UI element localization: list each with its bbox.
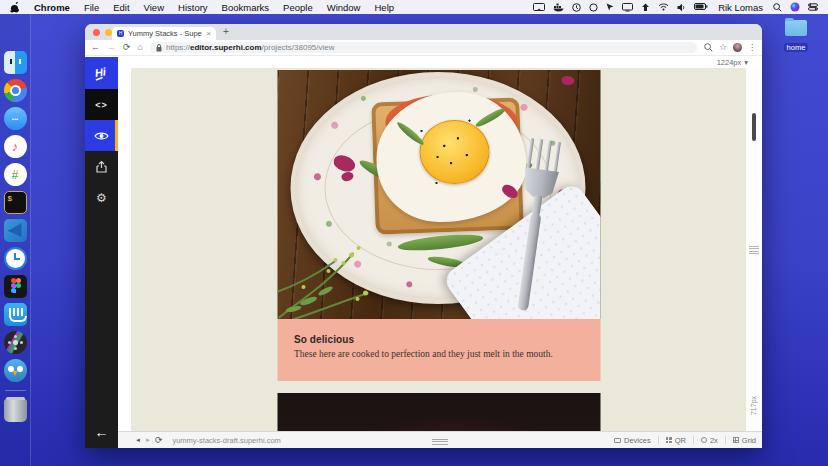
close-window-button[interactable]	[93, 29, 100, 36]
apple-menu-icon[interactable]	[10, 2, 19, 13]
menu-item-history[interactable]: History	[171, 2, 215, 13]
dock-separator	[5, 390, 26, 391]
menubar-username[interactable]: Rik Lomas	[712, 2, 769, 13]
editor-back-button[interactable]: ←	[85, 424, 118, 440]
profile-avatar[interactable]	[733, 43, 742, 52]
footer-separator	[693, 436, 694, 444]
menu-item-bookmarks[interactable]: Bookmarks	[215, 2, 277, 13]
siri-icon[interactable]	[790, 2, 800, 12]
location-arrow-icon[interactable]	[606, 3, 614, 11]
forward-button[interactable]: →	[107, 43, 116, 52]
media-app-icon[interactable]	[4, 331, 27, 354]
clock-icon[interactable]	[572, 3, 581, 12]
menu-item-chrome[interactable]: Chrome	[27, 2, 77, 13]
sidebar-preview-tab[interactable]	[85, 120, 118, 151]
eye-icon	[94, 131, 109, 141]
qr-label: QR	[675, 436, 686, 445]
preview-reload-icon[interactable]: ⟳	[155, 435, 163, 445]
reload-button[interactable]: ⟳	[123, 43, 131, 52]
lock-icon	[156, 44, 162, 52]
zoom-2x-icon	[701, 437, 707, 443]
sync-circle-icon[interactable]	[589, 3, 598, 12]
superhi-logo[interactable]: Hi	[85, 57, 118, 89]
sidebar-settings-tab[interactable]: ⚙	[85, 182, 118, 213]
footer-separator	[658, 436, 659, 444]
code-icon: <>	[95, 100, 108, 110]
docker-icon[interactable]	[553, 3, 564, 12]
back-button[interactable]: ←	[91, 43, 100, 52]
grid-button[interactable]: Grid	[733, 436, 756, 445]
sidebar-code-tab[interactable]: <>	[85, 89, 118, 120]
desktop-folder-home[interactable]: home	[776, 20, 816, 54]
url-path: /projects/38095/view	[262, 43, 335, 52]
preview-nav: ◄ ► ⟳ yummy-stacks-draft.superhi.com	[118, 435, 281, 445]
minimize-window-button[interactable]	[105, 29, 112, 36]
menu-item-people[interactable]: People	[276, 2, 320, 13]
toolbar-right: ☆ ⋮	[704, 43, 756, 52]
width-bar: 1224px ▾	[118, 57, 762, 68]
zoom-2x-button[interactable]: 2x	[701, 436, 718, 445]
width-resize-handle[interactable]	[749, 244, 759, 256]
devices-label: Devices	[624, 436, 651, 445]
volume-icon[interactable]	[677, 3, 686, 12]
slack-icon[interactable]	[4, 163, 27, 186]
messages-icon[interactable]	[4, 107, 27, 130]
tab-close-icon[interactable]: ×	[206, 30, 211, 38]
footer-drag-handle[interactable]	[432, 437, 448, 446]
preview-canvas[interactable]: So delicious These here are cooked to pe…	[131, 68, 746, 431]
tab-bar: H Yummy Stacks - SuperHi × +	[85, 24, 762, 40]
chrome-icon[interactable]	[4, 79, 27, 102]
viewport-height-label: 717px	[750, 389, 757, 423]
screen-mirroring-icon[interactable]	[533, 3, 545, 12]
menu-item-help[interactable]: Help	[367, 2, 401, 13]
preview-url[interactable]: yummy-stacks-draft.superhi.com	[172, 436, 280, 445]
vscode-icon[interactable]	[4, 219, 27, 242]
preview-forward-icon[interactable]: ►	[145, 437, 151, 443]
dock	[0, 14, 31, 466]
editor-sidebar: Hi <> ⚙ ←	[85, 57, 118, 448]
address-bar[interactable]: https://editor.superhi.com/projects/3809…	[150, 42, 697, 53]
next-section-image	[277, 393, 600, 431]
zoom-page-icon[interactable]	[704, 43, 713, 52]
new-tab-button[interactable]: +	[223, 26, 229, 37]
browser-menu-icon[interactable]: ⋮	[748, 44, 756, 52]
superhi-editor: Hi <> ⚙ ← 1224px ▾	[85, 57, 762, 448]
airmail-icon[interactable]	[4, 247, 27, 270]
menu-item-window[interactable]: Window	[320, 2, 368, 13]
browser-tab[interactable]: H Yummy Stacks - SuperHi ×	[112, 27, 216, 40]
zoom-2x-label: 2x	[710, 436, 718, 445]
editor-main: 1224px ▾	[118, 57, 762, 448]
terminal-icon[interactable]	[4, 191, 27, 214]
intercom-icon[interactable]	[4, 303, 27, 326]
menu-item-edit[interactable]: Edit	[106, 2, 136, 13]
menu-item-view[interactable]: View	[137, 2, 171, 13]
preview-back-icon[interactable]: ◄	[135, 437, 141, 443]
menu-item-file[interactable]: File	[77, 2, 106, 13]
airplay-icon[interactable]	[641, 3, 650, 12]
qr-button[interactable]: QR	[666, 436, 686, 445]
vertical-scrollbar-thumb[interactable]	[752, 113, 756, 141]
url-protocol: https://	[166, 43, 190, 52]
caption-title: So delicious	[294, 334, 583, 345]
devices-button[interactable]: Devices	[614, 436, 651, 445]
url-domain: editor.superhi.com	[190, 43, 262, 52]
hero-food-image	[277, 70, 600, 319]
bookmark-star-icon[interactable]: ☆	[719, 43, 727, 52]
gear-icon: ⚙	[96, 191, 107, 205]
figma-icon[interactable]	[4, 275, 27, 298]
chevron-down-icon[interactable]: ▾	[744, 58, 748, 67]
music-icon[interactable]	[4, 135, 27, 158]
finder-icon[interactable]	[4, 51, 27, 74]
control-center-icon[interactable]	[808, 3, 818, 11]
home-button[interactable]: ⌂	[138, 43, 143, 52]
wifi-icon[interactable]	[658, 3, 669, 11]
trash-icon[interactable]	[4, 399, 27, 422]
search-icon[interactable]	[773, 3, 782, 12]
sidebar-share-tab[interactable]	[85, 151, 118, 182]
grid-icon	[733, 437, 739, 443]
viewport-width-label[interactable]: 1224px	[717, 58, 742, 67]
battery-icon[interactable]	[694, 3, 708, 11]
twitterrific-icon[interactable]	[4, 359, 27, 382]
editor-footer: ◄ ► ⟳ yummy-stacks-draft.superhi.com Dev…	[118, 431, 762, 448]
display-icon[interactable]	[622, 3, 633, 12]
